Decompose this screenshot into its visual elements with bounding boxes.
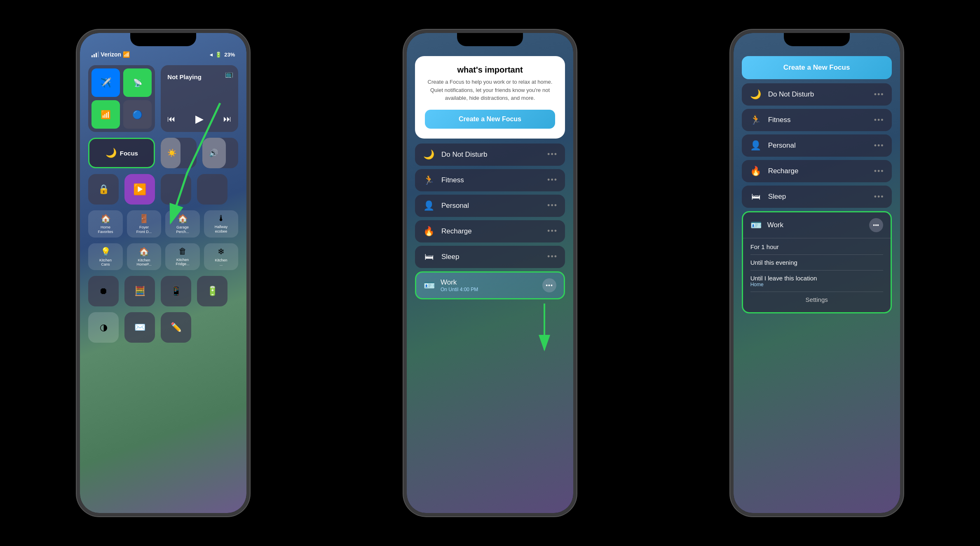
notch-2 <box>457 33 523 46</box>
sleep-label: Sleep <box>441 253 459 261</box>
work-divider-3 <box>750 270 883 271</box>
create-new-focus-btn[interactable]: Create a New Focus <box>742 56 892 79</box>
p3-item-sleep[interactable]: 🛏 Sleep ••• <box>742 186 892 208</box>
p3-recharge-dots[interactable]: ••• <box>874 167 884 176</box>
focus-item-fitness[interactable]: 🏃 Fitness ••• <box>415 169 565 191</box>
p3-work-dots-btn[interactable]: ••• <box>869 218 883 232</box>
bluetooth-btn[interactable]: 🔵 <box>123 100 152 129</box>
p3-focus-list: 🌙 Do Not Disturb ••• 🏃 Fitness ••• 👤 Per… <box>734 79 900 318</box>
signal-bar-3 <box>96 53 97 57</box>
home-label-5: KitchenCans <box>99 258 112 267</box>
now-playing-widget: 📺 Not Playing ⏮ ▶ ⏭ <box>161 65 238 132</box>
focus-item-recharge[interactable]: 🔥 Recharge ••• <box>415 220 565 242</box>
airplane-mode-btn[interactable]: ✈️ <box>91 68 120 97</box>
fitness-dots[interactable]: ••• <box>547 176 558 184</box>
cc-row-bottom2: ◑ ✉️ ✏️ <box>88 312 238 343</box>
volume-slider[interactable]: 🔊 <box>202 138 238 168</box>
arrow-annotation-2 <box>528 297 561 363</box>
home-item-3[interactable]: 🏠 GaragePerch... <box>165 210 200 238</box>
dnd-label: Do Not Disturb <box>441 151 487 159</box>
brightness-icon: ☀️ <box>167 148 176 158</box>
wifi-btn[interactable]: 📶 <box>91 100 120 129</box>
vol-up-btn[interactable] <box>77 107 77 128</box>
extra-1-btn[interactable] <box>161 174 191 205</box>
work-option-1hour[interactable]: For 1 hour <box>750 240 883 254</box>
wifi-icon-status: 📶 <box>123 51 130 58</box>
p3-item-personal[interactable]: 👤 Personal ••• <box>742 134 892 157</box>
mail-btn[interactable]: ✉️ <box>124 312 155 343</box>
phone2-vol-up[interactable] <box>403 107 404 128</box>
work-header-left: 🪪 Work <box>750 220 783 231</box>
p3-recharge-left: 🔥 Recharge <box>749 166 799 177</box>
work-expanded-menu: 🪪 Work ••• For 1 hour Until this evening… <box>742 211 892 313</box>
home-label-1: HomeFavorites <box>98 225 113 234</box>
focus-dnd-left: 🌙 Do Not Disturb <box>422 149 487 160</box>
home-item-1[interactable]: 🏠 HomeFavorites <box>88 210 123 238</box>
power-btn[interactable] <box>249 115 250 148</box>
volume-icon: 🔊 <box>209 148 218 158</box>
work-option-location[interactable]: Until I leave this location Home <box>750 271 883 291</box>
p3-fitness-label: Fitness <box>768 116 791 124</box>
phone3-power[interactable] <box>903 115 903 148</box>
focus-btn[interactable]: 🌙 Focus <box>88 138 155 168</box>
brightness-slider[interactable]: ☀️ <box>161 138 197 168</box>
p3-item-fitness[interactable]: 🏃 Fitness ••• <box>742 109 892 131</box>
focus-item-work-highlighted[interactable]: 🪪 Work On Until 4:00 PM ••• <box>415 271 565 299</box>
notch-1 <box>130 33 196 46</box>
screen-lock-btn[interactable]: 🔒 <box>88 174 119 205</box>
personal-dots[interactable]: ••• <box>547 201 558 210</box>
focus-item-sleep[interactable]: 🛏 Sleep ••• <box>415 246 565 268</box>
cc-row-3: 🔒 ▶️ <box>88 174 238 205</box>
dark-mode-btn[interactable]: ◑ <box>88 312 119 343</box>
dnd-dots[interactable]: ••• <box>547 150 558 159</box>
calc-btn[interactable]: 🧮 <box>124 276 155 306</box>
p3-fitness-dots[interactable]: ••• <box>874 116 884 125</box>
signal-bar-4 <box>98 52 99 57</box>
work-location-sub: Home <box>750 282 883 287</box>
home-item-5[interactable]: 💡 KitchenCans <box>88 243 123 271</box>
edit-btn[interactable]: ✏️ <box>161 312 191 343</box>
screen-mirror-btn[interactable]: ▶️ <box>124 174 155 205</box>
focus-info-card: what's important Create a Focus to help … <box>415 56 565 139</box>
focus-item-dnd[interactable]: 🌙 Do Not Disturb ••• <box>415 144 565 166</box>
extra-2-btn[interactable] <box>197 174 227 205</box>
work-settings-btn[interactable]: Settings <box>750 293 883 306</box>
p3-recharge-label: Recharge <box>768 167 799 175</box>
cellular-btn[interactable]: 📡 <box>123 68 152 97</box>
p3-dnd-icon: 🌙 <box>749 89 762 100</box>
phone3-vol-down[interactable] <box>730 134 731 155</box>
work-dots-btn[interactable]: ••• <box>542 278 556 292</box>
record-btn[interactable]: ⏺ <box>88 276 119 306</box>
cc-row-bottom: ⏺ 🧮 📱 🔋 <box>88 276 238 306</box>
recharge-dots[interactable]: ••• <box>547 227 558 235</box>
focus-item-personal[interactable]: 👤 Personal ••• <box>415 195 565 217</box>
remote-btn[interactable]: 📱 <box>161 276 191 306</box>
p3-item-dnd[interactable]: 🌙 Do Not Disturb ••• <box>742 83 892 106</box>
airplay-icon: 📺 <box>225 70 233 78</box>
work-item-left: 🪪 Work On Until 4:00 PM <box>424 278 478 292</box>
p3-item-recharge[interactable]: 🔥 Recharge ••• <box>742 160 892 182</box>
prev-btn[interactable]: ⏮ <box>167 114 176 124</box>
vol-down-btn[interactable] <box>77 134 77 155</box>
work-option-evening[interactable]: Until this evening <box>750 256 883 269</box>
create-focus-btn-card[interactable]: Create a New Focus <box>425 110 555 129</box>
play-btn[interactable]: ▶ <box>195 113 204 125</box>
work-header: 🪪 Work ••• <box>743 212 891 238</box>
home-item-8[interactable]: ❄ Kitchen... <box>204 243 239 271</box>
phone2-vol-down[interactable] <box>403 134 404 155</box>
home-item-7[interactable]: 🗑 KitchenFridge... <box>165 243 200 271</box>
home-item-6[interactable]: 🏠 KitchenHomeP... <box>127 243 162 271</box>
p3-sleep-dots[interactable]: ••• <box>874 193 884 201</box>
phone3-vol-up[interactable] <box>730 107 731 128</box>
p3-personal-dots[interactable]: ••• <box>874 141 884 150</box>
phone2-power[interactable] <box>576 115 577 148</box>
phone-2: what's important Create a Focus to help … <box>403 30 577 516</box>
home-item-2[interactable]: 🚪 FoyerFront D... <box>127 210 162 238</box>
p3-dnd-dots[interactable]: ••• <box>874 90 884 99</box>
focus-list: 🌙 Do Not Disturb ••• 🏃 Fitness ••• 👤 Per… <box>407 139 573 304</box>
next-btn[interactable]: ⏭ <box>223 114 232 124</box>
battery-btn[interactable]: 🔋 <box>197 276 227 306</box>
sleep-dots[interactable]: ••• <box>547 252 558 261</box>
home-shortcuts-row-2: 💡 KitchenCans 🏠 KitchenHomeP... 🗑 Kitche… <box>88 243 238 271</box>
home-item-4[interactable]: 🌡 Hallwayecobee <box>204 210 239 238</box>
